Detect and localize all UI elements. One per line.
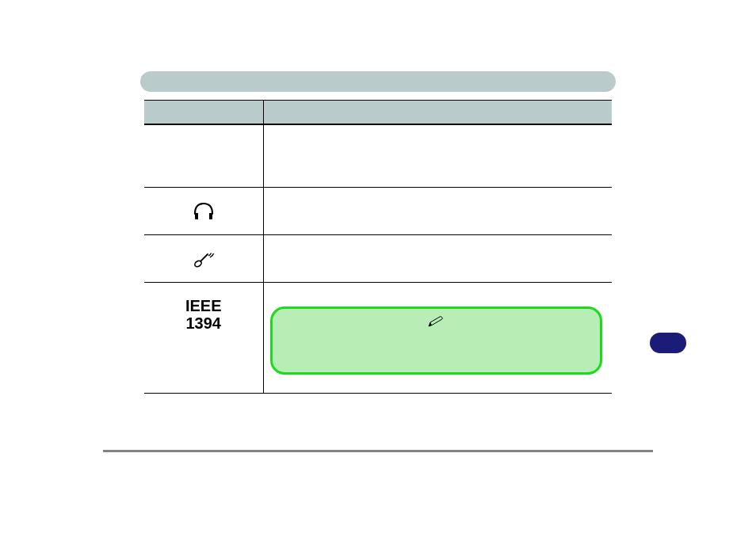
header-cell-icon [144,101,263,124]
table-row [144,124,612,188]
header-bar [140,71,616,92]
callout-icon-wrap [284,314,590,331]
row-content-cell [263,235,612,283]
table-row: IEEE 1394 [144,283,612,394]
pencil-icon [427,314,445,327]
document-page: IEEE 1394 [0,0,756,533]
svg-line-1 [200,254,208,261]
row-content-cell [263,188,612,235]
ieee-text-line1: IEEE [185,297,222,314]
microphone-icon [192,251,216,265]
ieee1394-label: IEEE 1394 [185,297,222,332]
footer-divider [103,450,653,452]
row-icon-cell [144,235,263,283]
row-icon-cell: IEEE 1394 [144,283,263,394]
table-row [144,235,612,283]
ports-table: IEEE 1394 [144,100,612,394]
table-header-row [144,101,612,124]
ieee-text-line2: 1394 [185,314,221,332]
headphone-icon [192,204,216,217]
row-content-cell [263,124,612,188]
row-content-cell [263,283,612,394]
side-tab [650,333,686,353]
row-icon-cell [144,188,263,235]
header-cell-desc [263,101,612,124]
note-callout [270,306,603,375]
table-row [144,188,612,235]
row-icon-cell [144,124,263,188]
